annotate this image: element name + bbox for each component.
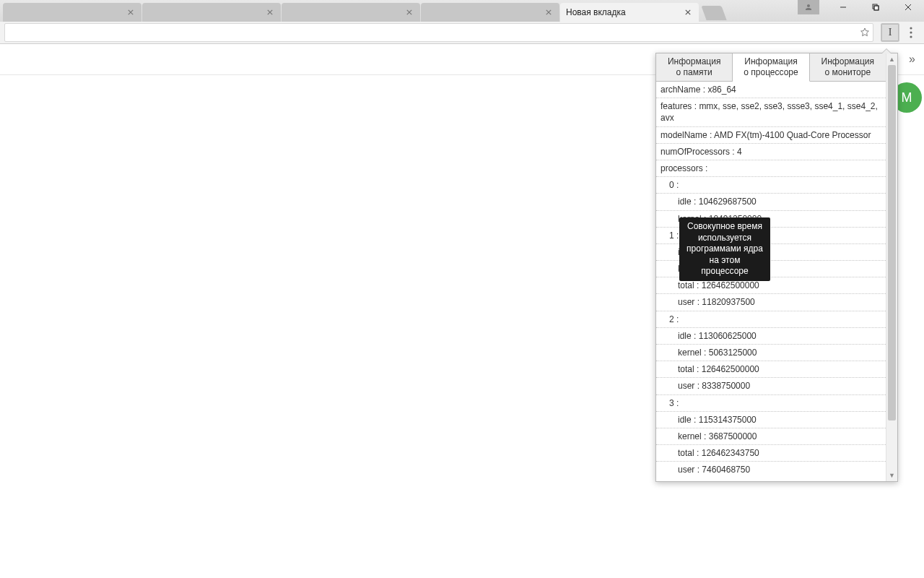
proc-stat: idle : 115314375000 xyxy=(656,412,886,428)
address-bar[interactable] xyxy=(4,23,873,42)
close-icon[interactable] xyxy=(265,7,275,17)
info-row: archName : x86_64 xyxy=(656,82,886,98)
extension-popup: Информацияо памяти Информацияо процессор… xyxy=(655,53,898,482)
close-icon[interactable] xyxy=(126,7,136,17)
scroll-up-icon[interactable]: ▲ xyxy=(886,53,897,65)
proc-stat: user : 11820937500 xyxy=(656,294,886,311)
proc-stat: idle : 113060625000 xyxy=(656,328,886,345)
avatar-letter: M xyxy=(902,90,912,105)
minimize-button[interactable] xyxy=(827,0,859,14)
proc-stat: idle : 104629687500 xyxy=(656,194,886,210)
proc-stat: total : 126462343750 xyxy=(656,445,886,462)
extension-letter: I xyxy=(889,27,892,38)
info-row: modelName : AMD FX(tm)-4100 Quad-Core Pr… xyxy=(656,127,886,144)
browser-tab[interactable] xyxy=(142,3,281,22)
proc-index: 3 : xyxy=(656,395,886,412)
close-icon[interactable] xyxy=(404,7,414,17)
browser-tab-active[interactable]: Новая вкладка xyxy=(560,3,699,22)
info-row: features : mmx, sse, sse2, sse3, ssse3, … xyxy=(656,98,886,126)
info-row: processors : xyxy=(656,160,886,177)
svg-point-3 xyxy=(910,27,912,29)
tooltip: Совокупное время используется программам… xyxy=(679,217,770,281)
svg-point-5 xyxy=(910,35,912,38)
popup-tab-cpu[interactable]: Информацияо процессоре xyxy=(733,53,809,82)
overflow-chevron-icon[interactable]: » xyxy=(909,53,915,66)
close-icon[interactable] xyxy=(683,7,693,17)
scroll-thumb[interactable] xyxy=(888,65,896,420)
scroll-down-icon[interactable]: ▼ xyxy=(886,470,897,481)
toolbar: I xyxy=(0,22,924,44)
popup-tabs: Информацияо памяти Информацияо процессор… xyxy=(656,53,886,82)
tab-title: Новая вкладка xyxy=(566,7,626,17)
bookmark-star-icon[interactable] xyxy=(857,27,873,38)
svg-point-4 xyxy=(910,31,912,33)
scroll-track[interactable] xyxy=(886,65,897,470)
popup-tab-memory[interactable]: Информацияо памяти xyxy=(656,53,733,81)
proc-stat: kernel : 5063125000 xyxy=(656,345,886,361)
window-controls xyxy=(798,0,924,22)
browser-tab[interactable] xyxy=(421,3,559,22)
popup-tab-monitor[interactable]: Информацияо мониторе xyxy=(810,53,886,81)
proc-stat: total : 126462500000 xyxy=(656,361,886,378)
close-icon[interactable] xyxy=(544,7,554,17)
tabstrip: Новая вкладка xyxy=(0,0,798,22)
proc-stat: user : 7460468750 xyxy=(656,462,886,478)
cpu-info-rows: archName : x86_64 features : mmx, sse, s… xyxy=(656,82,886,481)
proc-index: 2 : xyxy=(656,311,886,328)
browser-tab[interactable] xyxy=(282,3,420,22)
new-tab-button[interactable] xyxy=(701,6,726,20)
proc-stat: user : 8338750000 xyxy=(656,378,886,394)
extension-button[interactable]: I xyxy=(881,23,899,42)
close-button[interactable] xyxy=(892,0,924,14)
proc-stat: kernel : 3687500000 xyxy=(656,428,886,445)
proc-index: 0 : xyxy=(656,177,886,194)
info-row: numOfProcessors : 4 xyxy=(656,144,886,160)
maximize-button[interactable] xyxy=(859,0,892,14)
svg-rect-1 xyxy=(874,6,879,10)
scrollbar[interactable]: ▲ ▼ xyxy=(886,53,897,481)
window-titlebar: Новая вкладка xyxy=(0,0,924,22)
user-icon[interactable] xyxy=(798,0,819,14)
browser-tab[interactable] xyxy=(3,3,141,22)
menu-button[interactable] xyxy=(902,23,920,42)
